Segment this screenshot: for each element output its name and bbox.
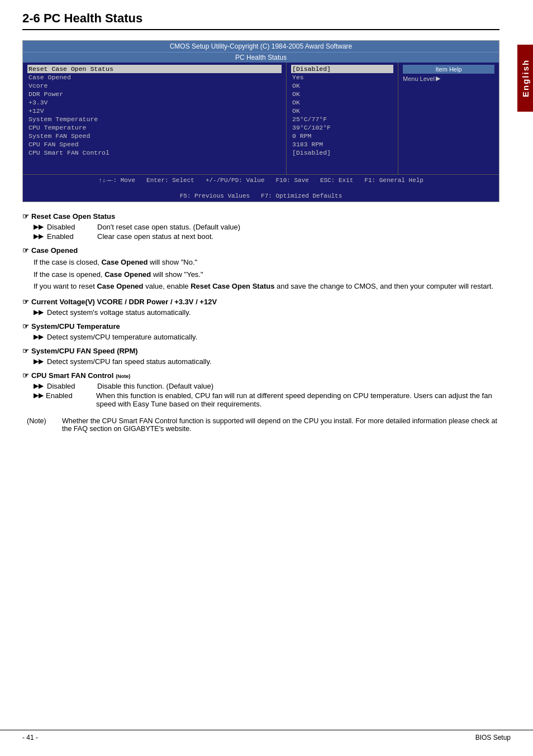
bios-row-label-6: System Temperature: [27, 115, 282, 123]
para-1: If the case is opened, Case Opened will …: [34, 269, 499, 280]
bullet-item-1: ▶▶EnabledWhen this function is enabled, …: [34, 391, 499, 408]
bullet-desc: Detect system/CPU temperature automatica…: [47, 333, 197, 341]
section-title-reset-case: ☞ Reset Case Open Status: [22, 212, 499, 221]
bullet-item-0: ▶▶Detect system's voltage status automat…: [34, 308, 499, 317]
note-text: Whether the CPU Smart FAN Control functi…: [62, 417, 499, 433]
section-system-cpu-temp: ☞ System/CPU Temperature▶▶Detect system/…: [22, 322, 499, 341]
bios-row-value-9: 3183 RPM: [291, 140, 393, 149]
bullet-term: Enabled: [47, 232, 97, 241]
bullet-item-0: ▶▶DisabledDon't reset case open status. …: [34, 223, 499, 231]
bios-row-label-7: CPU Temperature: [27, 123, 282, 132]
bullet-item-1: ▶▶EnabledClear case open status at next …: [34, 232, 499, 241]
bios-row-label-2: Vcore: [27, 82, 282, 90]
bullet-desc: Disable this function. (Default value): [97, 382, 213, 390]
section-title-current-voltage: ☞ Current Voltage(V) VCORE / DDR Power /…: [22, 298, 499, 306]
section-title-text-fan-speed: System/CPU FAN Speed (RPM): [31, 347, 138, 355]
item-help-title: Item Help: [403, 65, 494, 74]
side-tab-english: English: [517, 45, 533, 112]
bios-row-value-8: 0 RPM: [291, 132, 393, 140]
section-title-text-system-cpu-temp: System/CPU Temperature: [31, 322, 120, 331]
section-title-case-opened: ☞ Case Opened: [22, 246, 499, 255]
bios-setup-box: CMOS Setup Utility-Copyright (C) 1984-20…: [22, 40, 499, 202]
bios-row-value-4: OK: [291, 98, 393, 107]
note-label: (Note): [27, 417, 58, 433]
bios-footer: ↑↓→←: MoveEnter: Select+/-/PU/PD: ValueF…: [23, 174, 499, 202]
bios-row-value-3: OK: [291, 90, 393, 98]
bullet-arrow: ▶▶: [34, 391, 42, 408]
bullet-desc: Detect system/CPU fan speed status autom…: [47, 357, 212, 366]
bios-row-value-1: Yes: [291, 73, 393, 82]
footer-item: F5: Previous Values: [180, 193, 250, 199]
para-2: If you want to reset Case Opened value, …: [34, 281, 499, 292]
section-title-system-cpu-temp: ☞ System/CPU Temperature: [22, 322, 499, 331]
bios-row-label-1: Case Opened: [27, 73, 282, 82]
bios-left-panel: Reset Case Open StatusCase OpenedVcoreDD…: [23, 63, 287, 174]
footer-item: F10: Save: [276, 177, 309, 184]
bios-subheader: PC Health Status: [23, 52, 499, 63]
bios-row-value-0: [Disabled]: [291, 65, 393, 73]
section-current-voltage: ☞ Current Voltage(V) VCORE / DDR Power /…: [22, 298, 499, 317]
section-case-opened: ☞ Case OpenedIf the case is closed, Case…: [22, 246, 499, 292]
bios-row-value-5: OK: [291, 107, 393, 115]
para-0: If the case is closed, Case Opened will …: [34, 257, 499, 268]
bullet-arrow: ▶▶: [34, 382, 44, 390]
page-title: 2-6 PC Health Status: [22, 11, 499, 30]
footer-item: F7: Optimized Defaults: [261, 193, 342, 199]
bios-row-label-0: Reset Case Open Status: [27, 65, 282, 73]
section-fan-speed: ☞ System/CPU FAN Speed (RPM)▶▶Detect sys…: [22, 347, 499, 366]
bios-row-label-10: CPU Smart FAN Control: [27, 149, 282, 157]
footer-item: ESC: Exit: [320, 177, 353, 184]
bullet-item-0: ▶▶Detect system/CPU fan speed status aut…: [34, 357, 499, 366]
footer-item: F1: General Help: [364, 177, 423, 184]
section-title-text-reset-case: Reset Case Open Status: [31, 212, 115, 221]
bullet-term: Enabled: [46, 391, 96, 408]
bios-header: CMOS Setup Utility-Copyright (C) 1984-20…: [23, 41, 499, 52]
page-footer: - 41 - BIOS Setup: [0, 730, 533, 745]
section-title-cpu-smart-fan: ☞ CPU Smart FAN Control(Note): [22, 371, 499, 380]
footer-page-number: - 41 -: [22, 734, 38, 741]
section-title-text-current-voltage: Current Voltage(V) VCORE / DDR Power / +…: [31, 298, 217, 306]
bullet-arrow: ▶▶: [34, 223, 44, 231]
bullet-arrow: ▶▶: [34, 308, 44, 317]
bios-row-value-6: 25°C/77°F: [291, 115, 393, 123]
section-title-text-case-opened: Case Opened: [31, 246, 78, 255]
footer-item: ↑↓→←: Move: [98, 177, 135, 184]
section-title-fan-speed: ☞ System/CPU FAN Speed (RPM): [22, 347, 499, 355]
menu-level: Menu Level ▶: [403, 75, 494, 82]
bios-right-panel: Item Help Menu Level ▶: [398, 63, 499, 174]
section-title-text-cpu-smart-fan: CPU Smart FAN Control: [31, 371, 113, 380]
section-cpu-smart-fan: ☞ CPU Smart FAN Control(Note)▶▶DisabledD…: [22, 371, 499, 408]
bios-middle-panel: [Disabled]YesOKOKOKOK25°C/77°F39°C/102°F…: [287, 63, 398, 174]
bios-row-label-5: +12V: [27, 107, 282, 115]
bullet-desc: Detect system's voltage status automatic…: [47, 308, 191, 317]
bullet-arrow: ▶▶: [34, 232, 44, 241]
bullet-arrow: ▶▶: [34, 333, 44, 341]
sections-container: ☞ Reset Case Open Status▶▶DisabledDon't …: [22, 212, 499, 408]
footer-item: +/-/PU/PD: Value: [206, 177, 265, 184]
footer-item: Enter: Select: [146, 177, 194, 184]
bios-row-label-8: System FAN Speed: [27, 132, 282, 140]
section-reset-case: ☞ Reset Case Open Status▶▶DisabledDon't …: [22, 212, 499, 241]
section-icon-cpu-smart-fan: ☞: [22, 371, 29, 380]
bullet-term: Disabled: [47, 382, 97, 390]
bullet-item-0: ▶▶Detect system/CPU temperature automati…: [34, 333, 499, 341]
section-icon-current-voltage: ☞: [22, 298, 29, 306]
bullet-arrow: ▶▶: [34, 357, 44, 366]
bios-row-value-2: OK: [291, 82, 393, 90]
bullet-desc: Don't reset case open status. (Default v…: [97, 223, 240, 231]
note-section: (Note) Whether the CPU Smart FAN Control…: [22, 417, 499, 433]
bullet-item-0: ▶▶DisabledDisable this function. (Defaul…: [34, 382, 499, 390]
section-icon-case-opened: ☞: [22, 246, 29, 255]
section-icon-reset-case: ☞: [22, 212, 29, 221]
bios-row-value-10: [Disabled]: [291, 149, 393, 157]
section-icon-fan-speed: ☞: [22, 347, 29, 355]
bios-row-label-4: +3.3V: [27, 98, 282, 107]
bullet-desc: Clear case open status at next boot.: [97, 232, 213, 241]
section-icon-system-cpu-temp: ☞: [22, 322, 29, 331]
bios-row-label-3: DDR Power: [27, 90, 282, 98]
bios-row-label-9: CPU FAN Speed: [27, 140, 282, 149]
bios-row-value-7: 39°C/102°F: [291, 123, 393, 132]
section-note-sup: (Note): [116, 374, 130, 379]
bios-footer-row1: ↑↓→←: MoveEnter: Select+/-/PU/PD: ValueF…: [27, 177, 494, 184]
bios-footer-row2: F5: Previous ValuesF7: Optimized Default…: [27, 193, 494, 199]
